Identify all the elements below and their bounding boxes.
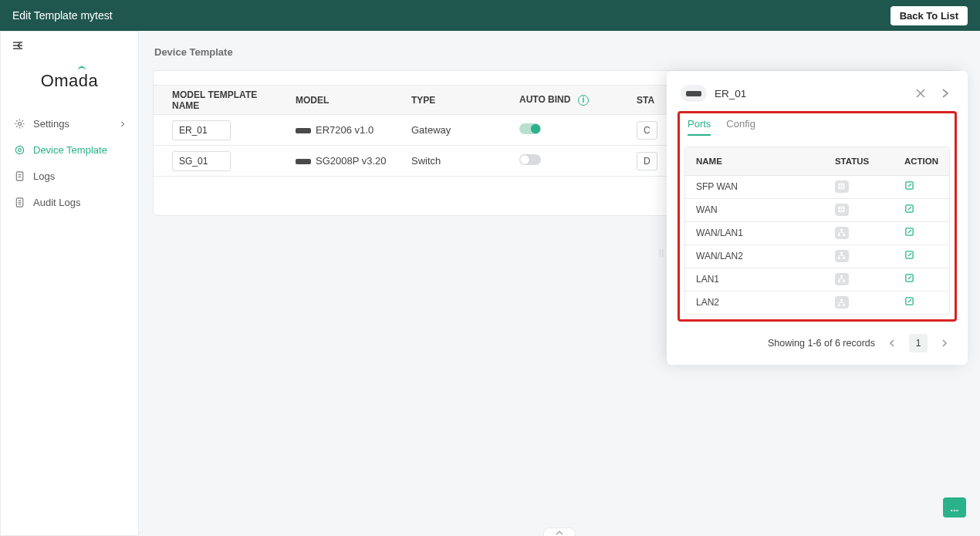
ports-pagination-text: Showing 1-6 of 6 records <box>768 338 875 349</box>
chat-fab-button[interactable]: ... <box>943 497 966 517</box>
panel-tabs: Ports Config <box>684 116 950 136</box>
sidebar-item-settings[interactable]: Settings <box>1 110 138 137</box>
target-icon <box>13 143 25 156</box>
panel-title: ER_01 <box>715 88 904 99</box>
model-cell: ER7206 v1.0 <box>285 115 400 146</box>
tab-ports[interactable]: Ports <box>688 118 711 136</box>
sidebar-nav: Settings Device Template Logs <box>1 103 138 215</box>
tab-config[interactable]: Config <box>726 118 755 136</box>
device-chip-icon <box>296 159 311 164</box>
sidebar-item-label: Logs <box>33 170 55 182</box>
ports-col-action: ACTION <box>894 147 949 175</box>
sidebar-item-label: Audit Logs <box>33 197 80 208</box>
svg-rect-25 <box>843 258 846 260</box>
lan-icon <box>835 296 849 308</box>
close-icon <box>915 88 926 99</box>
page-title: Edit Template mytest <box>12 9 113 22</box>
annotation-highlight: Ports Config NAME STATUS ACTION SFP WANW… <box>678 111 957 322</box>
col-auto-bind: AUTO BIND i <box>509 86 626 115</box>
lan-icon <box>835 273 849 285</box>
port-row: WAN <box>685 198 949 221</box>
svg-rect-19 <box>841 229 843 231</box>
edit-port-button[interactable] <box>904 180 914 190</box>
svg-rect-28 <box>838 281 840 283</box>
ports-pagination: Showing 1-6 of 6 records 1 <box>678 334 957 352</box>
svg-rect-21 <box>843 234 846 237</box>
doc-lines-icon <box>13 196 25 208</box>
edit-port-button[interactable] <box>904 296 914 306</box>
doc-icon <box>13 170 25 182</box>
svg-rect-32 <box>838 304 840 306</box>
col-model: MODEL <box>285 86 400 115</box>
svg-point-5 <box>18 148 21 151</box>
auto-bind-toggle[interactable] <box>519 154 541 165</box>
page-number-button[interactable]: 1 <box>909 334 928 352</box>
svg-rect-31 <box>841 298 843 301</box>
port-name: LAN2 <box>685 291 824 314</box>
port-name: WAN/LAN1 <box>685 221 824 244</box>
lan-icon <box>835 227 849 239</box>
ports-col-status: STATUS <box>824 147 894 175</box>
ports-header-row: NAME STATUS ACTION <box>685 147 949 175</box>
page-prev-button[interactable] <box>883 334 901 352</box>
template-name-input[interactable] <box>172 151 231 171</box>
sidebar-item-label: Settings <box>33 118 69 130</box>
template-name-input[interactable] <box>172 120 231 140</box>
menu-collapse-icon <box>12 39 24 52</box>
svg-rect-27 <box>841 275 843 278</box>
topbar: Edit Template mytest Back To List <box>0 0 980 31</box>
device-side-panel: || ER_01 Ports Config NAME <box>667 71 968 365</box>
globe-icon <box>835 180 849 193</box>
port-name: WAN/LAN2 <box>685 244 824 268</box>
ports-col-name: NAME <box>685 147 824 175</box>
brand-logo: Omada <box>1 59 138 103</box>
edit-port-button[interactable] <box>904 204 914 214</box>
close-panel-button[interactable] <box>912 85 929 102</box>
sidebar-item-audit-logs[interactable]: Audit Logs <box>1 189 138 215</box>
collapse-sidebar-button[interactable] <box>1 32 138 59</box>
edit-port-button[interactable] <box>904 250 914 260</box>
port-name: SFP WAN <box>685 175 824 198</box>
port-name: WAN <box>685 198 824 221</box>
status-pill[interactable]: D <box>637 152 657 170</box>
chat-icon: ... <box>951 502 959 514</box>
chevron-right-icon <box>941 339 948 347</box>
port-row: SFP WAN <box>685 175 949 198</box>
svg-rect-6 <box>16 171 22 180</box>
back-to-list-button[interactable]: Back To List <box>890 6 968 25</box>
wifi-arc-icon <box>78 66 86 71</box>
bottom-drawer-handle[interactable] <box>543 528 576 536</box>
chevron-right-icon <box>940 88 951 99</box>
svg-rect-33 <box>843 304 846 306</box>
model-cell: SG2008P v3.20 <box>285 146 400 177</box>
ports-table: NAME STATUS ACTION SFP WANWANWAN/LAN1WAN… <box>685 147 949 314</box>
info-icon[interactable]: i <box>578 95 589 106</box>
panel-resize-handle[interactable]: || <box>659 248 664 257</box>
port-name: LAN1 <box>685 268 824 291</box>
svg-rect-23 <box>841 252 843 255</box>
gear-icon <box>13 117 25 130</box>
sidebar-item-device-template[interactable]: Device Template <box>1 137 138 163</box>
type-cell: Switch <box>400 146 509 177</box>
svg-rect-20 <box>838 234 840 237</box>
brand-name: Omada <box>41 71 99 90</box>
status-pill[interactable]: C <box>637 121 657 140</box>
next-device-button[interactable] <box>937 85 954 102</box>
svg-rect-29 <box>843 281 846 283</box>
sidebar-item-logs[interactable]: Logs <box>1 163 138 189</box>
edit-port-button[interactable] <box>904 273 914 283</box>
ports-card: NAME STATUS ACTION SFP WANWANWAN/LAN1WAN… <box>684 147 950 315</box>
port-row: WAN/LAN2 <box>685 244 949 268</box>
port-row: LAN1 <box>685 268 949 291</box>
sidebar: Omada Settings Device Template <box>0 31 139 536</box>
auto-bind-toggle[interactable] <box>519 123 541 134</box>
panel-header: ER_01 <box>678 85 957 111</box>
section-title: Device Template <box>154 46 961 58</box>
col-type: TYPE <box>400 86 509 115</box>
page-next-button[interactable] <box>935 334 954 352</box>
chevron-left-icon <box>888 339 896 347</box>
svg-point-3 <box>18 122 21 125</box>
chevron-up-icon <box>556 530 563 536</box>
edit-port-button[interactable] <box>904 227 914 237</box>
type-cell: Gateway <box>400 115 509 146</box>
